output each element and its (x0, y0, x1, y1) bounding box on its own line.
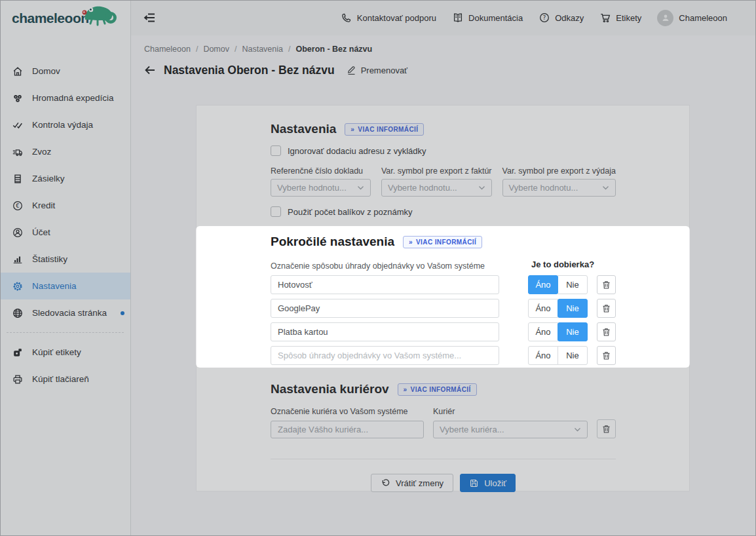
sidebar-item-sledovacia-stranka[interactable]: Sledovacia stránka (0, 299, 130, 326)
payment-method-input[interactable] (271, 299, 499, 318)
sidebar-item-statistiky[interactable]: Štatistiky (0, 246, 130, 273)
more-info-label: VIAC INFORMÁCIÍ (411, 386, 471, 393)
delete-row-button[interactable] (597, 322, 616, 341)
cod-toggle: Áno Nie (528, 346, 588, 365)
field-var-symbol-dispatch: Var. symbol pre export z výdaja Vyberte … (502, 166, 616, 197)
svg-text:€: € (16, 202, 19, 209)
courier-select[interactable]: Vyberte kuriéra... (433, 421, 588, 438)
payment-method-row: Áno Nie (271, 346, 616, 365)
sidebar-item-label: Kontrola výdaja (32, 120, 93, 130)
labels-shop-link[interactable]: Etikety (599, 12, 641, 24)
var-symbol-dispatch-select[interactable]: Vyberte hodnotu... (502, 179, 616, 197)
back-arrow-icon[interactable] (143, 63, 157, 77)
rename-label: Premenovať (361, 66, 407, 75)
breadcrumb-item[interactable]: Domov (203, 45, 229, 54)
sidebar-item-zasielky[interactable]: Zásielky (0, 165, 130, 192)
help-links-link[interactable]: ? Odkazy (539, 12, 584, 24)
sidebar-item-hromadna-expedicia[interactable]: Hromadná expedícia (0, 85, 130, 111)
courier-delete-field (597, 419, 616, 438)
field-reference-number: Referenčné číslo dokladu Vyberte hodnotu… (271, 166, 371, 197)
var-symbol-invoices-select[interactable]: Vyberte hodnotu... (381, 179, 492, 197)
courier-select-field: Vyberte kuriéra... (433, 421, 588, 438)
undo-icon (381, 478, 390, 488)
sidebar-item-ucet[interactable]: Účet (0, 219, 130, 246)
contact-support-link[interactable]: Kontaktovať podporu (341, 12, 436, 24)
sidebar-item-kupit-tlaciaren[interactable]: Kúpiť tlačiareň (0, 366, 130, 392)
printer-icon (12, 373, 24, 385)
reference-number-select[interactable]: Vyberte hodnotu... (271, 179, 371, 197)
collapse-sidebar-icon[interactable] (143, 10, 157, 25)
sidebar-item-nastavenia[interactable]: Nastavenia (0, 273, 130, 299)
delete-row-button[interactable] (597, 299, 616, 318)
notification-dot (121, 311, 124, 315)
book-icon (452, 12, 464, 24)
rename-button[interactable]: Premenovať (347, 66, 407, 75)
section-advanced-title-row: Pokročilé nastavenia »VIAC INFORMÁCIÍ (271, 235, 616, 249)
checkbox-row-package-count: Použiť počet balíkov z poznámky (271, 206, 616, 217)
top-link-label: Odkazy (555, 13, 584, 23)
advanced-column-labels: Označenie spôsobu úhrady objednávky vo V… (271, 259, 616, 271)
delete-row-button[interactable] (597, 346, 616, 365)
cod-no-button[interactable]: Nie (558, 346, 588, 365)
revert-changes-button[interactable]: Vrátiť zmeny (371, 474, 453, 492)
delete-courier-button[interactable] (597, 419, 616, 438)
section-title: Pokročilé nastavenia (271, 235, 394, 249)
top-link-label: Kontaktovať podporu (357, 13, 436, 23)
breadcrumb-separator: / (235, 45, 236, 54)
sidebar-item-label: Nastavenia (32, 281, 77, 291)
breadcrumb-separator: / (196, 45, 198, 54)
sidebar-item-kredit[interactable]: € Kredit (0, 192, 130, 219)
courier-name-input[interactable] (271, 421, 424, 438)
ignore-address-checkbox[interactable] (271, 145, 281, 156)
cod-yes-button[interactable]: Áno (528, 275, 558, 294)
sidebar-item-domov[interactable]: Domov (0, 58, 130, 85)
sidebar-item-kupit-etikety[interactable]: Kúpiť etikety (0, 339, 130, 366)
topbar: Kontaktovať podporu Dokumentácia ? Odkaz… (131, 0, 756, 35)
cod-no-button[interactable]: Nie (558, 322, 588, 341)
breadcrumb-item[interactable]: Chameleoon (144, 45, 191, 54)
cod-no-button[interactable]: Nie (558, 275, 588, 294)
section-settings-title-row: Nastavenia »VIAC INFORMÁCIÍ (271, 122, 616, 136)
pencil-icon (347, 66, 356, 75)
payment-method-input[interactable] (271, 275, 499, 294)
cod-yes-button[interactable]: Áno (528, 299, 558, 318)
payment-method-row: Áno Nie (271, 275, 616, 294)
truck-icon (12, 146, 24, 158)
footer-buttons: Vrátiť zmeny Uložiť (271, 474, 616, 492)
revert-changes-label: Vrátiť zmeny (396, 478, 444, 488)
cod-toggle: Áno Nie (528, 275, 588, 294)
cod-no-button[interactable]: Nie (558, 299, 588, 318)
user-name: Chameleoon (679, 13, 727, 23)
sidebar-item-label: Domov (32, 66, 60, 76)
select-value: Vyberte hodnotu... (277, 183, 347, 193)
package-count-checkbox[interactable] (271, 206, 281, 217)
user-menu[interactable]: Chameleoon (657, 10, 727, 26)
help-icon: ? (539, 12, 550, 24)
more-info-badge[interactable]: »VIAC INFORMÁCIÍ (345, 123, 424, 136)
sidebar-item-label: Kredit (32, 201, 55, 210)
footer-divider (271, 459, 616, 459)
sidebar-item-label: Zásielky (32, 174, 65, 183)
sidebar-item-zvoz[interactable]: Zvoz (0, 138, 130, 165)
more-info-badge[interactable]: »VIAC INFORMÁCIÍ (403, 236, 482, 248)
payment-method-input[interactable] (271, 346, 499, 365)
payment-method-input[interactable] (271, 322, 499, 341)
select-value: Vyberte hodnotu... (509, 183, 578, 193)
chevron-down-icon (357, 185, 364, 191)
save-button[interactable]: Uložiť (460, 474, 516, 492)
checkbox-label: Ignorovať dodaciu adresu z vykládky (288, 146, 426, 156)
home-icon (12, 66, 24, 77)
sidebar-item-kontrola-vydaja[interactable]: Kontrola výdaja (0, 111, 130, 138)
breadcrumb-item[interactable]: Nastavenia (242, 45, 283, 54)
delete-row-button[interactable] (597, 275, 616, 294)
more-info-label: VIAC INFORMÁCIÍ (416, 239, 476, 246)
sidebar-nav: Domov Hromadná expedícia Kontrola výdaja… (0, 58, 130, 392)
sidebar-item-label: Zvoz (32, 147, 51, 157)
top-link-label: Dokumentácia (468, 13, 523, 23)
documentation-link[interactable]: Dokumentácia (452, 12, 523, 24)
cod-yes-button[interactable]: Áno (528, 322, 558, 341)
payment-method-column-label: Označenie spôsobu úhrady objednávky vo V… (271, 261, 485, 271)
cod-yes-button[interactable]: Áno (528, 346, 558, 365)
more-info-badge[interactable]: »VIAC INFORMÁCIÍ (398, 383, 477, 396)
checkbox-label: Použiť počet balíkov z poznámky (288, 207, 413, 217)
